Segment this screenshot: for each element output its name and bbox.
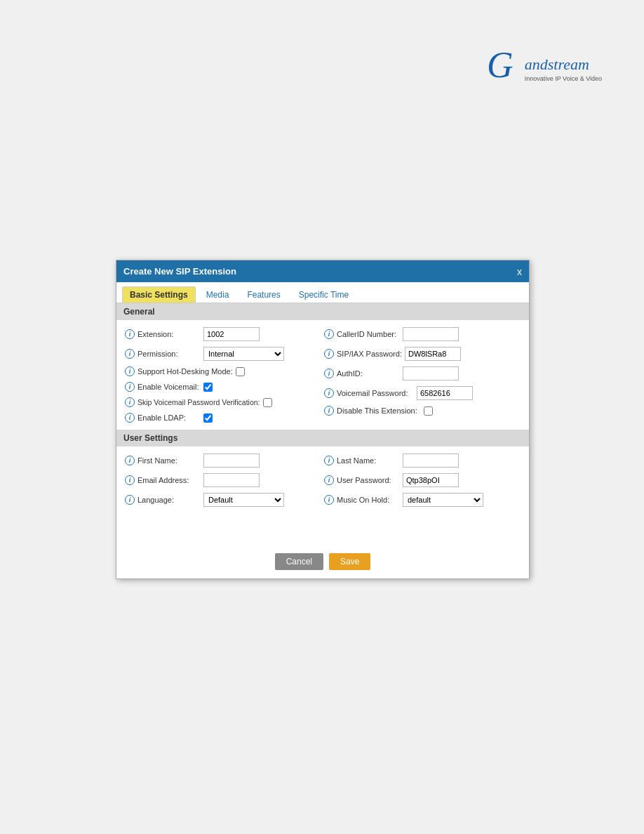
first-name-info-icon: i [125,456,135,465]
sip-password-row: i SIP/IAX Password: [323,344,522,364]
section-user-settings-header: User Settings [116,430,529,446]
callerid-info-icon: i [324,329,334,339]
enable-voicemail-row: i Enable Voicemail: [123,379,323,395]
email-address-input[interactable] [203,473,260,487]
language-row: i Language: Default English Spanish [123,490,323,510]
skip-voicemail-info-icon: i [125,397,135,407]
save-button[interactable]: Save [329,553,370,570]
disable-extension-label: Disable This Extension: [337,406,421,415]
user-password-input[interactable] [403,473,459,487]
voicemail-password-label: Voicemail Password: [337,389,414,397]
cancel-button[interactable]: Cancel [275,553,323,570]
authid-info-icon: i [324,369,334,378]
enable-ldap-checkbox[interactable] [203,413,213,423]
last-name-info-icon: i [324,456,334,465]
first-name-input[interactable] [203,454,260,468]
voicemail-password-info-icon: i [324,388,334,398]
authid-row: i AuthID: [323,364,522,383]
extension-row: i Extension: [123,324,323,344]
enable-ldap-label: Enable LDAP: [137,413,201,422]
email-address-label: Email Address: [137,476,201,484]
last-name-label: Last Name: [337,456,400,465]
dialog-titlebar: Create New SIP Extension x [116,260,529,282]
disable-extension-info-icon: i [324,406,334,416]
permission-row: i Permission: Internal Local National In… [123,344,323,364]
sip-password-info-icon: i [324,349,334,359]
tab-media[interactable]: Media [199,286,237,303]
general-form-grid: i Extension: i Permission: Internal Loca… [116,320,529,430]
permission-label: Permission: [137,350,201,358]
spacer [116,514,529,542]
dialog-title: Create New SIP Extension [123,266,236,277]
hot-desking-label: Support Hot-Desking Mode: [137,367,233,376]
authid-input[interactable] [403,366,459,380]
language-label: Language: [137,496,201,504]
permission-select[interactable]: Internal Local National International [203,347,284,361]
last-name-row: i Last Name: [323,451,522,470]
email-address-row: i Email Address: [123,470,323,490]
hot-desking-info-icon: i [125,366,135,376]
dialog-body: General i Extension: i Permission: Inter… [116,303,529,578]
svg-text:G: G [487,45,514,84]
section-general-header: General [116,303,529,320]
dialog: Create New SIP Extension x Basic Setting… [116,260,530,579]
voicemail-password-input[interactable] [417,386,473,400]
extension-input[interactable] [203,327,260,341]
skip-voicemail-label: Skip Voicemail Password Verification: [137,398,260,406]
user-settings-right-col: i Last Name: i User Password: i Music On… [323,451,522,510]
general-left-col: i Extension: i Permission: Internal Loca… [123,324,323,425]
user-password-row: i User Password: [323,470,522,490]
disable-extension-row: i Disable This Extension: [323,403,522,418]
enable-ldap-row: i Enable LDAP: [123,410,323,425]
email-address-info-icon: i [125,475,135,485]
callerid-input[interactable] [403,327,459,341]
logo-g: G [485,42,528,90]
disable-extension-checkbox[interactable] [424,406,433,416]
music-on-hold-info-icon: i [324,495,334,505]
extension-info-icon: i [125,329,135,339]
language-info-icon: i [125,495,135,505]
callerid-label: CallerID Number: [337,330,400,338]
hot-desking-checkbox[interactable] [236,367,245,376]
music-on-hold-row: i Music On Hold: default none [323,490,522,510]
dialog-footer: Cancel Save [116,542,529,578]
voicemail-password-row: i Voicemail Password: [323,383,522,403]
language-select[interactable]: Default English Spanish [203,493,284,507]
hot-desking-row: i Support Hot-Desking Mode: [123,364,323,379]
authid-label: AuthID: [337,369,400,378]
dialog-tabs: Basic Settings Media Features Specific T… [116,282,529,303]
user-settings-left-col: i First Name: i Email Address: i Languag… [123,451,323,510]
logo: G andstream Innovative IP Voice & Video [485,42,602,90]
enable-voicemail-checkbox[interactable] [203,383,213,392]
callerid-row: i CallerID Number: [323,324,522,344]
music-on-hold-select[interactable]: default none [403,493,483,507]
tab-specific-time[interactable]: Specific Time [291,286,356,303]
first-name-row: i First Name: [123,451,323,470]
enable-ldap-info-icon: i [125,413,135,423]
music-on-hold-label: Music On Hold: [337,496,400,504]
enable-voicemail-label: Enable Voicemail: [137,383,201,391]
tab-basic-settings[interactable]: Basic Settings [122,286,196,303]
user-settings-form-grid: i First Name: i Email Address: i Languag… [116,446,529,514]
tab-features[interactable]: Features [239,286,288,303]
permission-info-icon: i [125,349,135,359]
first-name-label: First Name: [137,456,201,465]
logo-area: G andstream Innovative IP Voice & Video [485,42,602,90]
skip-voicemail-row: i Skip Voicemail Password Verification: [123,395,323,410]
logo-andstream: andstream [525,55,602,74]
sip-password-label: SIP/IAX Password: [337,350,402,358]
last-name-input[interactable] [403,454,459,468]
user-password-info-icon: i [324,475,334,485]
extension-label: Extension: [137,330,201,338]
enable-voicemail-info-icon: i [125,382,135,392]
logo-tagline: Innovative IP Voice & Video [525,75,602,82]
general-right-col: i CallerID Number: i SIP/IAX Password: i… [323,324,522,425]
skip-voicemail-checkbox[interactable] [263,398,272,407]
sip-password-input[interactable] [405,347,461,361]
dialog-close-button[interactable]: x [517,267,522,277]
user-password-label: User Password: [337,476,400,484]
